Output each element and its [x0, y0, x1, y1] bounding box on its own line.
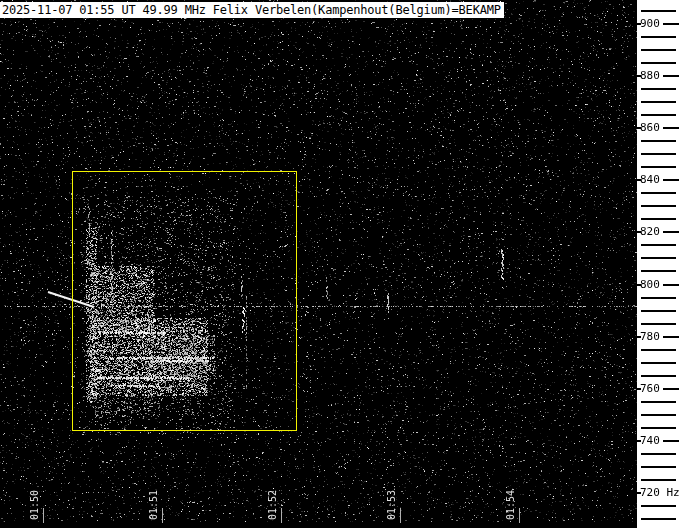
freq-minor-tick — [641, 349, 676, 351]
freq-minor-tick — [641, 453, 676, 455]
freq-minor-tick — [641, 88, 676, 90]
freq-major-tick-right — [663, 231, 679, 233]
freq-tick-label: 880 — [640, 69, 660, 82]
freq-minor-tick — [641, 310, 676, 312]
freq-minor-tick — [641, 10, 676, 12]
freq-tick-label: 860 — [640, 121, 660, 134]
frequency-axis: 900880860840820800780760740720 Hz — [637, 0, 679, 528]
freq-minor-tick — [641, 114, 676, 116]
freq-major-tick-right — [663, 336, 679, 338]
title-bar: 2025-11-07 01:55 UT 49.99 MHz Felix Verb… — [0, 2, 504, 18]
freq-tick-label: 720 Hz — [640, 486, 679, 499]
freq-minor-tick — [641, 205, 676, 207]
freq-minor-tick — [641, 362, 676, 364]
freq-minor-tick — [641, 101, 676, 103]
freq-minor-tick — [641, 270, 676, 272]
freq-minor-tick — [641, 518, 676, 520]
meteor-highlight-box — [72, 171, 297, 431]
freq-major-tick-right — [663, 75, 679, 77]
freq-minor-tick — [641, 401, 676, 403]
freq-minor-tick — [641, 140, 676, 142]
freq-minor-tick — [641, 505, 676, 507]
freq-minor-tick — [641, 479, 676, 481]
freq-major-tick-right — [663, 388, 679, 390]
freq-major-tick-right — [663, 127, 679, 129]
freq-tick-label: 900 — [640, 17, 660, 30]
freq-minor-tick — [641, 427, 676, 429]
title-text: 2025-11-07 01:55 UT 49.99 MHz Felix Verb… — [2, 3, 501, 17]
freq-minor-tick — [641, 62, 676, 64]
freq-major-tick-right — [663, 440, 679, 442]
freq-minor-tick — [641, 36, 676, 38]
freq-minor-tick — [641, 297, 676, 299]
freq-minor-tick — [641, 192, 676, 194]
freq-minor-tick — [641, 375, 676, 377]
freq-major-tick-right — [663, 179, 679, 181]
freq-minor-tick — [641, 466, 676, 468]
freq-tick-label: 780 — [640, 330, 660, 343]
freq-tick-label: 740 — [640, 434, 660, 447]
freq-minor-tick — [641, 166, 676, 168]
freq-minor-tick — [641, 153, 676, 155]
freq-major-tick-right — [663, 23, 679, 25]
freq-minor-tick — [641, 414, 676, 416]
freq-minor-tick — [641, 257, 676, 259]
freq-tick-label: 840 — [640, 173, 660, 186]
freq-minor-tick — [641, 49, 676, 51]
freq-tick-label: 800 — [640, 278, 660, 291]
freq-minor-tick — [641, 218, 676, 220]
spectrogram-window: 01:5001:5101:5201:5301:54 90088086084082… — [0, 0, 679, 528]
freq-tick-label: 820 — [640, 225, 660, 238]
freq-minor-tick — [641, 323, 676, 325]
freq-minor-tick — [641, 244, 676, 246]
freq-major-tick-right — [663, 284, 679, 286]
freq-tick-label: 760 — [640, 382, 660, 395]
